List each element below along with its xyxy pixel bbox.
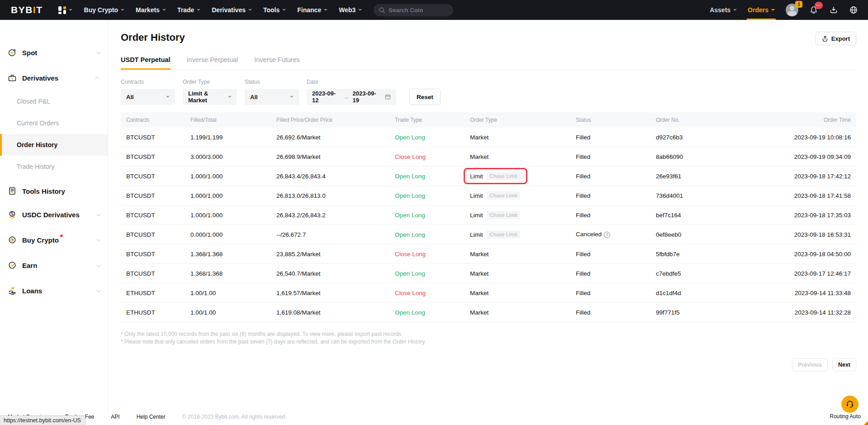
search-input[interactable]: Search Coin — [374, 4, 453, 16]
nav-item-markets[interactable]: Markets — [136, 6, 166, 14]
table-row: ETHUSDT 1.00/1.00 1,619.08/Market Open L… — [121, 303, 856, 322]
cell-filled-price: 26,813.0/26,813.0 — [276, 192, 395, 199]
loans-icon — [8, 286, 17, 295]
nav-item-label: Buy Crypto — [84, 6, 118, 14]
cell-order-no: 26e93f61 — [656, 173, 764, 180]
cell-order-type: Market — [470, 309, 576, 316]
export-button[interactable]: Export — [816, 32, 856, 45]
column-header-order-type: Order Type — [470, 117, 576, 123]
support-chat-button[interactable] — [841, 396, 859, 413]
routing-auto-label: Routing Auto — [830, 413, 861, 420]
sidebar-item-loans[interactable]: Loans — [0, 281, 108, 301]
download-app-button[interactable] — [829, 5, 838, 14]
nav-item-trade[interactable]: Trade — [177, 6, 200, 14]
assets-menu[interactable]: Assets — [710, 0, 737, 20]
cell-filled-total: 1.368/1.368 — [190, 270, 276, 277]
cell-trade-type: Close Long — [395, 153, 470, 160]
tab-inverse-perpetual[interactable]: Inverse Perpetual — [187, 56, 238, 69]
sidebar-item-buy-crypto[interactable]: Buy Crypto — [0, 230, 108, 250]
nav-item-derivatives[interactable]: Derivatives — [212, 6, 252, 14]
contracts-select[interactable]: All — [121, 89, 175, 105]
date-from-value: 2023-09-12 — [312, 90, 340, 104]
order-type-value: Market — [470, 153, 489, 160]
chevron-down-icon — [290, 96, 294, 98]
cell-contract: BTCUSDT — [126, 153, 190, 160]
nav-item-buy-crypto[interactable]: Buy Crypto — [84, 6, 124, 14]
table-row: BTCUSDT 3.000/3.000 26,698.9/Market Clos… — [121, 147, 856, 167]
status-value: Filled — [576, 134, 590, 141]
new-badge-dot — [60, 234, 63, 237]
order-type-select-value: Limit & Market — [188, 90, 228, 104]
sidebar-item-derivatives[interactable]: Derivatives — [0, 68, 108, 88]
table-header-row: Contracts Filled/Total Filled Price/Orde… — [121, 112, 856, 128]
tab-inverse-futures[interactable]: Inverse Futures — [254, 56, 300, 69]
cell-order-time: 2023-09-19 10:08:16 — [764, 134, 851, 141]
headset-icon — [845, 400, 854, 409]
avatar-badge: 1 — [795, 1, 802, 8]
nav-item-web3[interactable]: Web3 — [339, 6, 362, 14]
table-row: BTCUSDT 1.199/1.199 26,692.6/Market Open… — [121, 128, 856, 147]
cell-order-time: 2023-09-18 17:42:12 — [764, 173, 851, 180]
order-type-group: Market — [470, 309, 489, 316]
sidebar-item-label: Earn — [22, 262, 37, 269]
sidebar-item-usdc-derivatives[interactable]: USDC Derivatives — [0, 205, 108, 224]
previous-page-button[interactable]: Previous — [792, 358, 828, 371]
order-type-select[interactable]: Limit & Market — [183, 89, 237, 105]
cell-order-type: Limit Chase Limit — [470, 172, 576, 180]
sidebar-item-label: Derivatives — [22, 74, 58, 82]
chevron-down-icon — [121, 9, 124, 11]
sidebar-item-closed-pnl[interactable]: Closed P&L — [0, 91, 108, 112]
sidebar-item-label: Tools History — [22, 187, 65, 195]
sidebar-item-trade-history[interactable]: Trade History — [0, 156, 108, 177]
notifications-button[interactable]: ··· — [809, 5, 818, 14]
account-avatar[interactable]: 1 — [786, 4, 798, 16]
status-select[interactable]: All — [245, 89, 299, 105]
reset-button[interactable]: Reset — [409, 89, 441, 105]
cell-contract: BTCUSDT — [126, 231, 190, 238]
nav-item-finance[interactable]: Finance — [297, 6, 327, 14]
date-range-picker[interactable]: 2023-09-12 → 2023-09-19 — [307, 89, 396, 105]
cell-order-no: bef7c164 — [656, 212, 764, 219]
cell-contract: BTCUSDT — [126, 192, 190, 199]
sidebar-item-earn[interactable]: Earn — [0, 255, 108, 275]
cell-order-time: 2023-09-14 11:32:28 — [764, 309, 851, 316]
chevron-down-icon — [248, 9, 252, 11]
cell-order-time: 2023-09-18 17:35:03 — [764, 212, 851, 219]
next-page-button[interactable]: Next — [832, 358, 856, 371]
cell-trade-type: Open Long — [395, 270, 470, 277]
cell-order-time: 2023-09-18 17:41:58 — [764, 192, 851, 199]
footnote: * Only the latest 10,000 records from th… — [121, 330, 856, 338]
footer-link-api[interactable]: API — [111, 414, 119, 420]
language-button[interactable] — [849, 5, 858, 14]
footer-link-help-center[interactable]: Help Center — [137, 414, 166, 420]
filter-label: Date — [307, 79, 396, 85]
order-type-value: Market — [470, 290, 489, 296]
orders-menu[interactable]: Orders — [748, 0, 775, 20]
bybit-logo[interactable]: BYBIT — [11, 5, 43, 15]
sidebar-item-tools-history[interactable]: Tools History — [0, 181, 108, 201]
cell-filled-price: --/26,672.7 — [276, 231, 395, 238]
nav-item-label: Trade — [177, 6, 194, 14]
cell-order-type: Limit Chase Limit — [470, 230, 576, 239]
order-type-value: Limit — [470, 212, 483, 219]
cell-status: Canceled — [576, 231, 656, 238]
derivatives-submenu: Closed P&L Current Orders Order History … — [0, 91, 108, 177]
tab-usdt-perpetual[interactable]: USDT Perpetual — [121, 56, 171, 69]
apps-menu-button[interactable] — [58, 6, 72, 14]
filter-label: Order Type — [183, 79, 237, 85]
calendar-icon — [385, 94, 391, 100]
cell-filled-total: 1.00/1.00 — [190, 309, 276, 316]
sidebar: Spot Derivatives Closed P&L Current Orde… — [0, 20, 108, 412]
cell-status: Filled — [576, 153, 656, 160]
sidebar-item-current-orders[interactable]: Current Orders — [0, 112, 108, 134]
chevron-down-icon — [324, 9, 327, 11]
sidebar-item-label: Buy Crypto — [22, 236, 59, 244]
sidebar-item-order-history[interactable]: Order History — [0, 134, 108, 156]
help-icon[interactable] — [604, 232, 610, 238]
cell-status: Filled — [576, 290, 656, 296]
nav-item-tools[interactable]: Tools — [263, 6, 286, 14]
search-placeholder: Search Coin — [389, 7, 423, 14]
main-content: Order History Export USDT Perpetual Inve… — [108, 20, 868, 412]
sidebar-item-spot[interactable]: Spot — [0, 43, 108, 62]
status-value: Filled — [576, 192, 590, 199]
